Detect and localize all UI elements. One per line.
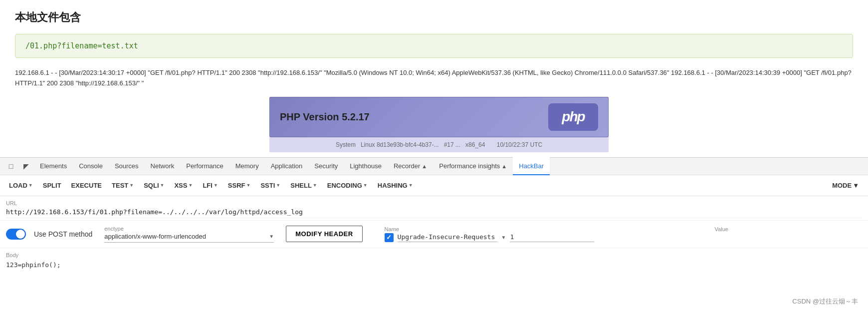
- mode-button[interactable]: MODE ▼: [827, 179, 864, 192]
- php-logo: php: [548, 103, 598, 131]
- main-content: 本地文件包含 /01.php?filename=test.txt 192.168…: [0, 0, 868, 157]
- php-banner: PHP Version 5.2.17 php: [269, 97, 609, 137]
- tab-elements[interactable]: Elements: [34, 157, 73, 175]
- log-text: 192.168.6.1 - - [30/Mar/2023:14:30:17 +0…: [15, 68, 853, 89]
- body-section: Body: [0, 248, 868, 273]
- url-section: URL: [0, 196, 868, 220]
- name-checkbox-row: ✓ ▼: [385, 233, 728, 242]
- ssti-arrow: ▼: [276, 183, 280, 188]
- lfi-button[interactable]: LFI ▼: [198, 179, 222, 192]
- tab-memory[interactable]: Memory: [229, 157, 265, 175]
- example-url-box: /01.php?filename=test.txt: [15, 34, 853, 58]
- value-label: Value: [715, 226, 728, 232]
- tab-security[interactable]: Security: [308, 157, 344, 175]
- value-input[interactable]: [510, 233, 594, 242]
- toggle-knob: [16, 230, 25, 239]
- tab-network[interactable]: Network: [145, 157, 181, 175]
- php-version: PHP Version 5.2.17: [280, 111, 370, 123]
- ssrf-arrow: ▼: [246, 183, 250, 188]
- tab-performance[interactable]: Performance: [180, 157, 229, 175]
- url-input[interactable]: [6, 208, 862, 218]
- post-section: Use POST method enctype application/x-ww…: [0, 220, 868, 248]
- execute-button[interactable]: EXECUTE: [66, 179, 107, 192]
- load-button[interactable]: LOAD ▼: [4, 179, 38, 192]
- body-input[interactable]: [6, 261, 862, 269]
- enctype-arrow: ▼: [269, 234, 274, 239]
- inspect-icon[interactable]: □: [4, 159, 18, 173]
- tab-console[interactable]: Console: [73, 157, 109, 175]
- hashing-button[interactable]: HASHING ▼: [373, 179, 418, 192]
- tab-performance-insights[interactable]: Performance insights ▲: [433, 157, 513, 175]
- mode-arrow: ▼: [853, 182, 859, 189]
- sqli-button[interactable]: SQLI ▼: [139, 179, 169, 192]
- name-dropdown-arrow[interactable]: ▼: [501, 235, 506, 240]
- test-arrow: ▼: [129, 183, 134, 188]
- ssrf-button[interactable]: SSRF ▼: [223, 179, 256, 192]
- xss-button[interactable]: XSS ▼: [169, 179, 198, 192]
- name-row: Name Value: [385, 226, 728, 232]
- enctype-label: enctype: [104, 226, 274, 232]
- name-value-section: Name Value ✓ ▼: [385, 226, 728, 242]
- post-left: Use POST method: [6, 229, 92, 240]
- ssti-button[interactable]: SSTI ▼: [255, 179, 285, 192]
- tab-application[interactable]: Application: [265, 157, 309, 175]
- tab-sources[interactable]: Sources: [109, 157, 145, 175]
- sqli-arrow: ▼: [160, 183, 165, 188]
- lfi-arrow: ▼: [214, 183, 218, 188]
- body-label: Body: [6, 252, 862, 258]
- tab-hackbar[interactable]: HackBar: [513, 157, 550, 175]
- encoding-button[interactable]: ENCODING ▼: [322, 179, 373, 192]
- xss-arrow: ▼: [188, 183, 193, 188]
- load-arrow: ▼: [28, 183, 33, 188]
- partial-table: System Linux 8d13e93b-bfc4-4b37-... #17 …: [269, 137, 609, 152]
- enctype-value: application/x-www-form-urlencoded: [104, 233, 267, 240]
- device-icon[interactable]: ◤: [19, 159, 33, 173]
- enctype-select[interactable]: application/x-www-form-urlencoded ▼: [104, 233, 274, 243]
- shell-arrow: ▼: [313, 183, 317, 188]
- shell-button[interactable]: SHELL ▼: [285, 179, 322, 192]
- url-label: URL: [6, 200, 862, 206]
- name-input[interactable]: [398, 233, 497, 242]
- tab-lighthouse[interactable]: Lighthouse: [344, 157, 388, 175]
- split-button[interactable]: SPLIT: [38, 179, 66, 192]
- modify-header-button[interactable]: MODIFY HEADER: [286, 226, 362, 242]
- name-checkbox[interactable]: ✓: [385, 233, 394, 242]
- post-method-toggle[interactable]: [6, 229, 26, 240]
- post-method-label: Use POST method: [34, 230, 92, 238]
- hackbar-toolbar: LOAD ▼ SPLIT EXECUTE TEST ▼ SQLI ▼ XSS ▼…: [0, 175, 868, 196]
- enctype-section: enctype application/x-www-form-urlencode…: [104, 226, 274, 243]
- test-button[interactable]: TEST ▼: [107, 179, 139, 192]
- hashing-arrow: ▼: [409, 183, 413, 188]
- encoding-arrow: ▼: [363, 183, 368, 188]
- devtools-tab-bar: □ ◤ Elements Console Sources Network Per…: [0, 157, 868, 175]
- page-title: 本地文件包含: [15, 10, 853, 25]
- name-label: Name: [385, 226, 410, 232]
- tab-recorder[interactable]: Recorder ▲: [388, 157, 433, 175]
